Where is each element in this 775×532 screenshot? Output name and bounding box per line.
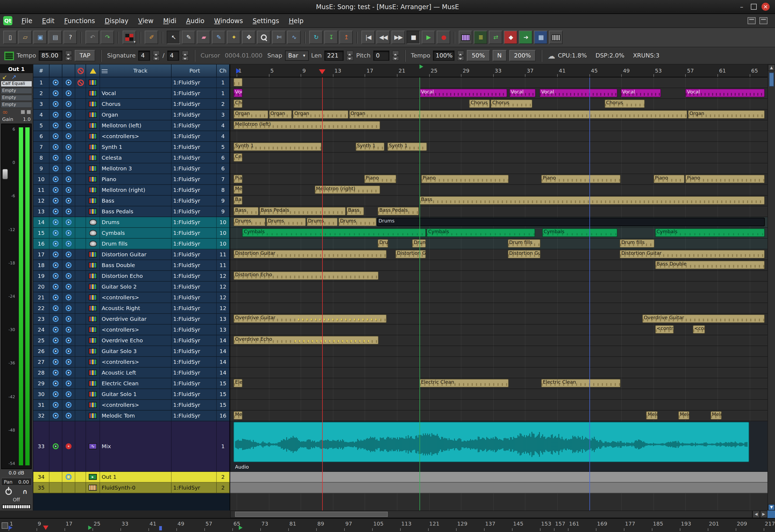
punch-in-button[interactable]: ↧ bbox=[324, 31, 338, 44]
vscroll-thumb[interactable] bbox=[769, 73, 774, 87]
mute-cell[interactable] bbox=[62, 271, 75, 281]
track-name[interactable]: Bass Double bbox=[100, 260, 171, 270]
track-channel[interactable]: 12 bbox=[217, 271, 230, 281]
mute-cell[interactable] bbox=[62, 185, 75, 195]
track-lane[interactable]: VocalVocalVocalVocalVocalVocal bbox=[230, 88, 767, 99]
tempo-value[interactable]: 85.00 bbox=[39, 51, 62, 61]
track-port[interactable]: 1:FluidSyr bbox=[171, 282, 217, 292]
track-channel[interactable]: 13 bbox=[217, 325, 230, 335]
left-marker-icon[interactable] bbox=[236, 68, 240, 74]
track-lane[interactable]: Bass Double bbox=[230, 260, 767, 271]
track-port[interactable]: 1:FluidSyr bbox=[171, 217, 217, 227]
scroll-down-icon[interactable]: ▼ bbox=[768, 504, 775, 511]
track-row[interactable]: 24<controllers>1:FluidSyr13 bbox=[33, 325, 230, 335]
part-clip[interactable]: Cymbals bbox=[655, 228, 765, 237]
headphones-icon[interactable]: ∩ bbox=[22, 488, 28, 495]
power-icon[interactable] bbox=[5, 488, 12, 495]
overview-playhead-icon[interactable] bbox=[43, 526, 48, 530]
track-lane[interactable] bbox=[230, 400, 767, 411]
horizontal-scrollbar[interactable] bbox=[230, 511, 752, 518]
track-row[interactable]: 10Piano1:FluidSyr7 bbox=[33, 174, 230, 185]
save-config-button[interactable]: ▤ bbox=[48, 31, 62, 44]
track-name[interactable]: <controllers> bbox=[100, 292, 171, 303]
part-clip[interactable]: Piano bbox=[364, 175, 396, 183]
track-port[interactable]: 1:FluidSyr bbox=[171, 77, 217, 88]
track-port[interactable]: 1:FluidSyr bbox=[171, 228, 217, 238]
track-row[interactable]: 25Overdrive Echo1:FluidSyr14 bbox=[33, 335, 230, 346]
mute-cell[interactable] bbox=[62, 88, 75, 98]
track-port[interactable]: 1:FluidSyr bbox=[171, 271, 217, 281]
track-port[interactable]: 1:FluidSyr bbox=[171, 335, 217, 346]
part-clip[interactable]: Electric Clean bbox=[419, 379, 508, 387]
record-button[interactable]: ● bbox=[437, 31, 450, 44]
whats-this-button[interactable]: ? bbox=[63, 31, 77, 44]
track-port[interactable]: 1:FluidSyr bbox=[171, 196, 217, 206]
track-name[interactable]: Acoustic Left bbox=[100, 368, 171, 378]
track-name[interactable]: Electric Clean bbox=[100, 378, 171, 389]
track-channel[interactable]: 3 bbox=[217, 110, 230, 120]
track-port[interactable]: 1:FluidSyr bbox=[171, 346, 217, 356]
record-arm-cell[interactable] bbox=[49, 314, 62, 324]
track-name[interactable]: Guitar Solo 1 bbox=[100, 389, 171, 399]
track-row[interactable]: 13Bass Pedals1:FluidSyr9 bbox=[33, 206, 230, 217]
part-clip[interactable]: Electric Clean bbox=[541, 379, 621, 387]
track-row[interactable]: 22Acoustic Right1:FluidSyr12 bbox=[33, 303, 230, 314]
signature-numerator[interactable]: 4 bbox=[138, 51, 150, 61]
mute-cell[interactable] bbox=[62, 389, 75, 399]
track-port[interactable]: 1:FluidSyr bbox=[171, 206, 217, 217]
track-port[interactable] bbox=[171, 472, 217, 482]
marker-window-button[interactable]: ◆ bbox=[504, 31, 517, 44]
track-name[interactable]: Vocal bbox=[100, 88, 171, 98]
track-row[interactable]: 17Distortion Guitar1:FluidSyr11 bbox=[33, 249, 230, 260]
record-arm-cell[interactable] bbox=[49, 346, 62, 356]
record-arm-cell[interactable] bbox=[49, 260, 62, 270]
menu-display[interactable]: Display bbox=[100, 15, 133, 26]
track-port[interactable]: 1:FluidSyr bbox=[171, 400, 217, 410]
song-overview-ruler[interactable]: 1917253341495765738189971051131211291371… bbox=[0, 518, 775, 532]
part-clip[interactable]: Organ bbox=[688, 110, 765, 119]
part-clip[interactable]: Bass Double bbox=[655, 261, 765, 269]
zoom-tool-button[interactable] bbox=[257, 31, 271, 44]
track-name[interactable]: <controllers> bbox=[100, 131, 171, 141]
track-name[interactable]: Drums bbox=[100, 217, 171, 227]
part-clip[interactable]: Vocal bbox=[234, 89, 243, 97]
track-lane[interactable]: Drum fillsDrum fillsDrum fillsDrum fills bbox=[230, 239, 767, 249]
track-channel[interactable]: 1 bbox=[217, 77, 230, 88]
track-row[interactable]: 23Overdrive Guitar1:FluidSyr13 bbox=[33, 314, 230, 325]
track-channel[interactable]: 1 bbox=[217, 88, 230, 98]
close-button[interactable]: × bbox=[762, 3, 770, 11]
track-channel[interactable]: 15 bbox=[217, 400, 230, 410]
part-clip[interactable]: Vocal bbox=[419, 89, 507, 97]
track-row[interactable]: 21<controllers>1:FluidSyr12 bbox=[33, 292, 230, 303]
track-row[interactable]: 16Drum fills1:FluidSyr10 bbox=[33, 239, 230, 249]
track-name[interactable]: Mellotron (left) bbox=[100, 120, 171, 131]
track-row[interactable]: 29Electric Clean1:FluidSyr15 bbox=[33, 378, 230, 389]
mute-cell[interactable] bbox=[62, 378, 75, 389]
track-channel[interactable]: 5 bbox=[217, 142, 230, 152]
menu-audio[interactable]: Audio bbox=[181, 15, 209, 26]
mute-cell[interactable] bbox=[62, 335, 75, 346]
mute-cell[interactable] bbox=[62, 303, 75, 313]
track-lane[interactable] bbox=[230, 389, 767, 400]
track-port[interactable]: 1:FluidSyr bbox=[171, 292, 217, 303]
track-name[interactable]: FluidSynth-0 bbox=[100, 483, 171, 493]
record-arm-cell[interactable] bbox=[49, 196, 62, 206]
track-lane[interactable]: CymbalsCymbalsCymbalsCymbals bbox=[230, 228, 767, 239]
track-name[interactable]: Piano bbox=[100, 174, 171, 184]
normalize-button[interactable]: N bbox=[492, 50, 506, 61]
track-lane[interactable]: <controllers><controllers> bbox=[230, 325, 767, 335]
track-lane[interactable] bbox=[230, 483, 767, 493]
record-arm-cell[interactable] bbox=[49, 228, 62, 238]
mute-cell[interactable] bbox=[62, 249, 75, 260]
track-lane[interactable] bbox=[230, 282, 767, 292]
track-name[interactable]: <controllers> bbox=[100, 400, 171, 410]
stereo-link-icon[interactable]: ∞ bbox=[2, 108, 8, 115]
part-clip[interactable]: Piano bbox=[654, 175, 685, 183]
track-channel[interactable]: 12 bbox=[217, 303, 230, 313]
part-clip[interactable]: Drum fills bbox=[620, 239, 654, 248]
track-lane[interactable]: Audio bbox=[230, 421, 767, 472]
record-arm-cell[interactable] bbox=[49, 357, 62, 367]
part-clip[interactable] bbox=[234, 78, 243, 87]
track-port[interactable]: 1:FluidSyr bbox=[171, 260, 217, 270]
pitch-value[interactable]: 0 bbox=[373, 51, 389, 61]
